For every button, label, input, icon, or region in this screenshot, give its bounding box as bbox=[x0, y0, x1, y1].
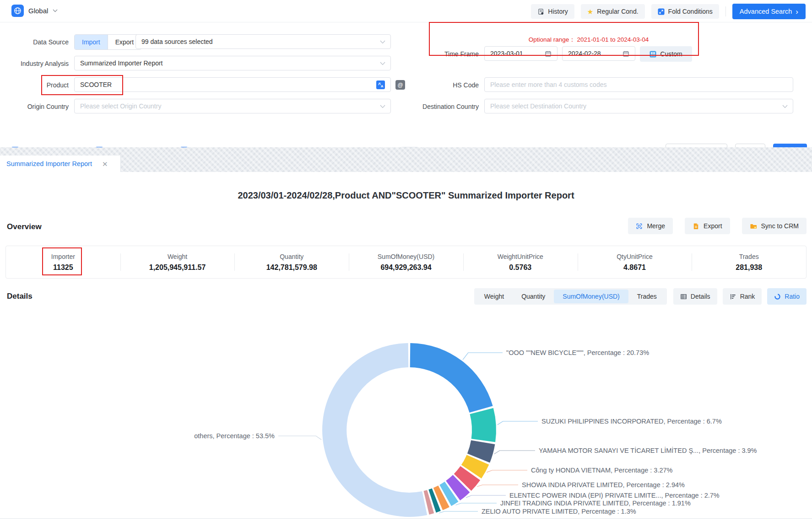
import-tab[interactable]: Import bbox=[75, 35, 108, 49]
view-ratio-label: Ratio bbox=[785, 293, 800, 300]
stat-value: 694,929,263.94 bbox=[380, 263, 431, 272]
pie-label-line bbox=[487, 470, 527, 473]
fold-icon bbox=[658, 8, 665, 15]
export-button[interactable]: Export bbox=[685, 218, 730, 234]
hs-code-input[interactable]: Please enter more than 4 customs codes bbox=[484, 77, 793, 92]
industry-analysis-select[interactable]: Summarized Importer Report bbox=[74, 56, 391, 70]
pie-label: Công ty HONDA VIETNAM, Percentage : 3.27… bbox=[531, 467, 673, 474]
pie-label-line bbox=[463, 353, 503, 360]
pie-slice-suzuki-philippines-incor[interactable] bbox=[470, 408, 496, 442]
origin-country-label: Origin Country bbox=[0, 99, 69, 114]
pie-label: "OOO ""NEW BICYCLE""", Percentage : 20.7… bbox=[506, 349, 649, 356]
stat-value: 1,205,945,911.57 bbox=[149, 263, 206, 272]
view-rank-label: Rank bbox=[740, 293, 755, 300]
metric-tab-sumofmoneyusd[interactable]: SumOfMoney(USD) bbox=[554, 290, 628, 303]
advanced-search-button[interactable]: Advanced Search › bbox=[732, 4, 806, 19]
stat-importer: Importer11325 bbox=[6, 246, 120, 278]
stat-label: Quantity bbox=[280, 253, 303, 260]
top-bar: Global History ★ Regular Cond. Fold Cond… bbox=[0, 0, 812, 22]
merge-button[interactable]: Merge bbox=[628, 218, 673, 234]
stat-qtyunitprice: QtyUnitPrice4.8671 bbox=[578, 246, 692, 278]
stat-label: SumOfMoney(USD) bbox=[378, 253, 434, 260]
regular-cond-button[interactable]: ★ Regular Cond. bbox=[581, 4, 645, 19]
pie-label: SHOWA INDIA PRIVATE LIMITED, Percentage … bbox=[522, 481, 685, 489]
stat-value: 4.8671 bbox=[623, 263, 646, 272]
industry-analysis-value: Summarized Importer Report bbox=[80, 59, 163, 67]
chevron-right-icon: › bbox=[796, 8, 798, 16]
optional-range-text: Optional range： 2021-01-01 to 2024-03-04 bbox=[484, 36, 693, 44]
table-top-border bbox=[0, 518, 812, 519]
metric-tab-trades[interactable]: Trades bbox=[628, 290, 666, 303]
stat-label: Weight bbox=[168, 253, 187, 260]
destination-country-label: Destination Country bbox=[410, 99, 479, 114]
chevron-down-icon bbox=[53, 9, 58, 12]
history-icon bbox=[537, 8, 544, 15]
pie-label: ELENTEC POWER INDIA (EPI) PRIVATE LIMITE… bbox=[509, 492, 720, 499]
merge-icon bbox=[636, 223, 643, 230]
view-rank-button[interactable]: Rank bbox=[723, 288, 762, 305]
stat-label: Importer bbox=[51, 253, 75, 260]
fold-conditions-button[interactable]: Fold Conditions bbox=[651, 4, 719, 19]
rank-icon bbox=[730, 293, 736, 300]
pie-label-line bbox=[477, 485, 518, 487]
overview-heading: Overview bbox=[7, 222, 42, 231]
chevron-down-icon bbox=[380, 62, 385, 65]
details-heading: Details bbox=[7, 292, 32, 301]
overview-stats-card: Importer11325Weight1,205,945,911.57Quant… bbox=[5, 246, 807, 279]
data-source-label: Data Source bbox=[0, 34, 69, 50]
table-icon bbox=[680, 293, 687, 300]
sync-to-crm-button[interactable]: Sync to CRM bbox=[742, 218, 807, 234]
hs-code-label: HS Code bbox=[410, 77, 479, 93]
report-title: 2023/03/01-2024/02/28,Product AND"SCOOTE… bbox=[0, 190, 812, 201]
stat-value: 0.5763 bbox=[509, 263, 531, 272]
metric-tab-quantity[interactable]: Quantity bbox=[513, 290, 554, 303]
sync-to-crm-label: Sync to CRM bbox=[761, 222, 799, 230]
view-ratio-button[interactable]: Ratio bbox=[767, 288, 807, 305]
chevron-down-icon bbox=[782, 105, 788, 108]
metric-tab-weight[interactable]: Weight bbox=[476, 290, 513, 303]
destination-country-placeholder: Please select Destination Country bbox=[490, 102, 586, 110]
search-form: Data Source Import Export 99 data source… bbox=[0, 22, 812, 147]
origin-country-select[interactable]: Please select Origin Country bbox=[74, 99, 391, 113]
globe-icon bbox=[11, 5, 24, 17]
match-mode-icon[interactable]: @ bbox=[395, 80, 405, 90]
view-details-button[interactable]: Details bbox=[673, 288, 717, 305]
data-source-toggle: Import Export bbox=[74, 34, 141, 50]
divider bbox=[725, 6, 726, 16]
origin-country-placeholder: Please select Origin Country bbox=[80, 102, 161, 110]
merge-label: Merge bbox=[647, 222, 665, 230]
region-selector[interactable]: Global bbox=[11, 5, 58, 17]
history-button[interactable]: History bbox=[531, 4, 574, 19]
hs-code-placeholder: Please enter more than 4 customs codes bbox=[490, 81, 606, 88]
product-label: Product bbox=[0, 77, 69, 93]
stat-quantity: Quantity142,781,579.98 bbox=[234, 246, 349, 278]
pie-label-line bbox=[466, 495, 506, 498]
product-value: SCOOTER bbox=[80, 81, 112, 88]
data-sources-select[interactable]: 99 data sources selected bbox=[135, 34, 391, 49]
pie-slice-others[interactable] bbox=[322, 343, 427, 517]
sync-crm-icon bbox=[750, 223, 757, 230]
pie-label-line bbox=[494, 451, 535, 454]
export-label: Export bbox=[704, 222, 722, 230]
tab-bar: Summarized Importer Report ✕ bbox=[0, 147, 812, 172]
tab-summarized-importer-report[interactable]: Summarized Importer Report ✕ bbox=[0, 156, 121, 172]
stat-value: 281,938 bbox=[736, 263, 762, 272]
product-input[interactable]: SCOOTER bbox=[74, 77, 391, 92]
data-sources-value: 99 data sources selected bbox=[141, 38, 213, 45]
pie-label: others, Percentage : 53.5% bbox=[194, 432, 275, 440]
destination-country-select[interactable]: Please select Destination Country bbox=[484, 99, 793, 113]
stat-label: Trades bbox=[739, 253, 759, 260]
tab-title: Summarized Importer Report bbox=[6, 160, 92, 167]
close-icon[interactable]: ✕ bbox=[102, 161, 108, 167]
translate-icon[interactable]: A bbox=[376, 81, 385, 89]
stat-label: QtyUnitPrice bbox=[617, 253, 653, 260]
report-content: 2023/03/01-2024/02/28,Product AND"SCOOTE… bbox=[0, 172, 812, 521]
pie-slice-ooo-new-bicycle[interactable] bbox=[410, 343, 493, 413]
region-label: Global bbox=[28, 7, 48, 15]
pie-label-line bbox=[455, 503, 497, 505]
chevron-down-icon bbox=[380, 40, 385, 44]
view-details-label: Details bbox=[691, 293, 710, 300]
fold-conditions-label: Fold Conditions bbox=[668, 8, 713, 15]
importer-ratio-donut-chart: "OOO ""NEW BICYCLE""", Percentage : 20.7… bbox=[0, 314, 812, 521]
star-icon: ★ bbox=[587, 8, 593, 15]
